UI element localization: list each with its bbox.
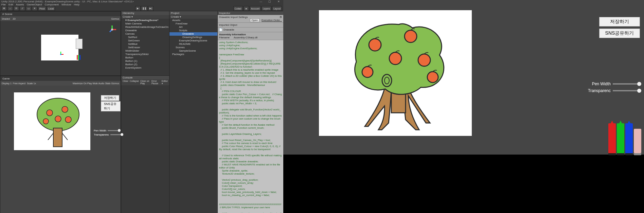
aspect-dropdown[interactable]: Free Aspect [13,82,25,85]
console-clear[interactable]: Clear [123,80,128,85]
menu-edit[interactable]: Edit [8,3,13,6]
scene-markers [77,55,80,60]
cloud-icon[interactable]: ☁ [244,6,249,11]
eraser-tool[interactable] [634,129,641,153]
project-item[interactable]: Art [169,25,217,29]
orientation-gizmo-icon[interactable] [107,24,117,35]
inspector-gear-icon[interactable]: ⚙ [280,16,282,19]
play-icon[interactable]: ▶ [135,6,141,11]
project-item[interactable]: FreeDraw [169,22,217,25]
menu-file[interactable]: File [1,3,6,6]
console-clear-on-play[interactable]: Clear on Play [140,80,150,85]
hierarchy-item[interactable]: WidthSlider [121,49,169,53]
blue-marker[interactable] [625,123,633,153]
svg-point-20 [427,72,438,83]
game-tab[interactable]: Game [0,77,12,80]
transform-tool-icon[interactable]: ✦ [32,6,37,11]
console-editor[interactable]: Editor ▾ [162,80,168,85]
inspector-panel: Inspector Drawable Import Settings ⚙ Ope… [217,11,283,213]
project-create[interactable]: Create ▾ [169,15,217,19]
menu-gameobject[interactable]: GameObject [27,3,42,6]
hierarchy-item[interactable]: ReadWriteEnabledImageToDrawOn [121,25,169,29]
rect-tool-icon[interactable]: ▭ [26,6,31,11]
hand-tool-icon[interactable]: ✥ [1,6,7,11]
gizmos-dropdown[interactable]: Gizmos [111,18,119,20]
collab-button[interactable]: Collab [233,6,243,11]
svg-point-11 [55,116,61,122]
layers-button[interactable]: Layers [262,6,271,11]
svg-point-16 [405,30,417,42]
green-marker[interactable] [617,123,624,153]
maximize-icon[interactable]: ▢ [266,0,273,3]
local-button[interactable]: Local [47,6,55,11]
project-item[interactable]: SampleScene [169,49,217,53]
hierarchy-item[interactable]: Main Camera [121,22,169,25]
menu-help[interactable]: Help [74,3,79,6]
tree-drawing-mini [34,96,82,150]
svg-rect-8 [53,128,62,147]
scale-tool-icon[interactable]: ⤢ [20,6,25,11]
save-button-mini[interactable]: 저장하기 [101,95,119,101]
project-item[interactable]: Packages [169,53,217,56]
menu-component[interactable]: Component [45,3,59,6]
hierarchy-item[interactable]: SetGreen [121,39,169,42]
import-settings-title: Drawable Import Settings [219,16,248,19]
pen-width-slider[interactable]: Pen Width [592,82,640,86]
execution-order-link[interactable]: Execution Order... [262,19,282,22]
layout-button[interactable]: Layout [272,6,282,11]
svg-point-10 [62,106,68,112]
transparency-slider[interactable]: Transparenc [588,88,640,93]
hierarchy-item[interactable]: Button (1) [121,59,169,63]
menubar[interactable]: File Edit Assets GameObject Component Wi… [0,3,283,6]
move-tool-icon[interactable]: ↔ [7,6,13,11]
console-error-pause[interactable]: Error Pause [151,80,160,85]
rotate-tool-icon[interactable]: ⟳ [14,6,19,11]
scene-viewport[interactable] [0,21,121,75]
hierarchy-item[interactable]: Button (2) [121,63,169,66]
menu-window[interactable]: Window [61,3,71,6]
save-button[interactable]: 저장하기 [599,17,640,26]
transform-gizmo-icon[interactable] [58,52,64,57]
hierarchy-item[interactable]: TransparencySlider [121,53,169,56]
hierarchy-item[interactable]: SetBlue [121,42,169,46]
pen-width-slider-mini[interactable]: Pen Width [94,129,121,132]
2d-toggle[interactable]: 2D [13,18,16,20]
hierarchy-item[interactable]: SetRed [121,36,169,39]
project-item[interactable]: Scripts [169,29,217,32]
game-toolbar-right[interactable]: Maximize On Play Mute Audio Stats Gizmos [73,82,119,85]
share-button[interactable]: SNS공유하기 [599,29,640,38]
step-icon[interactable]: ▶| [148,6,154,11]
display-dropdown[interactable]: Display 1 [2,82,12,85]
scene-tab[interactable]: # Scene [0,13,14,16]
account-button[interactable]: Account [250,6,261,11]
pivot-button[interactable]: Pivot [38,6,46,11]
open-button[interactable]: Open [250,18,260,22]
share-button-mini[interactable]: SNS공유하기 [101,101,121,111]
hierarchy-item[interactable]: Button [121,56,169,59]
project-item[interactable]: Drawable [169,32,217,36]
minimize-icon[interactable]: — [257,0,264,3]
hierarchy-create[interactable]: Create ▾ [121,15,169,19]
hierarchy-scene[interactable]: ▾ ExampleDrawingScene* [121,19,169,22]
pause-icon[interactable]: ❚❚ [141,6,148,11]
transparency-slider-mini[interactable]: Transparenc [94,133,123,136]
hierarchy-item[interactable]: EventSystem [121,66,169,70]
close-icon[interactable]: ✕ [275,0,282,3]
console-panel: Console Clear Collapse Clear on Play Err… [121,76,169,213]
shaded-dropdown[interactable]: Shaded [2,18,10,20]
game-viewport[interactable]: 저장하기 SNS공유하기 Pen Width Transparenc [0,86,121,213]
project-item[interactable]: README [169,42,217,46]
hierarchy-panel: Hierarchy Create ▾ ▾ ExampleDrawingScene… [121,11,169,76]
titlebar: Unity 2018.2.20f1 Personal (64bit) - Exa… [0,0,283,3]
hierarchy-item[interactable]: Canvas [121,32,169,36]
project-item[interactable]: Assets [169,19,217,22]
hierarchy-item[interactable]: Drawable [121,29,169,32]
console-collapse[interactable]: Collapse [130,80,139,85]
project-item[interactable]: DrawingSettings [169,36,217,39]
hierarchy-item[interactable]: SetEraser [121,46,169,49]
red-marker[interactable] [608,123,616,153]
project-item[interactable]: Scenes [169,46,217,49]
project-item[interactable]: ExampleDrawingScene [169,39,217,42]
scale-slider[interactable]: Scale 1x [27,82,36,85]
menu-assets[interactable]: Assets [16,3,24,6]
